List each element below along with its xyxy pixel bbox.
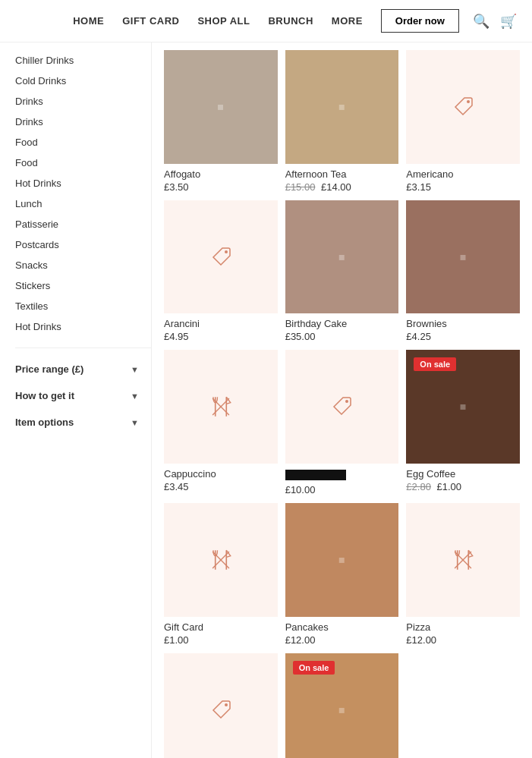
original-price: £2.80	[406, 481, 431, 492]
product-price: £3.50	[164, 181, 278, 193]
product-placeholder	[406, 50, 520, 164]
sidebar-item-cold-drinks-1[interactable]: Cold Drinks	[15, 71, 151, 91]
product-price: £3.15	[406, 181, 520, 193]
nav-more[interactable]: MORE	[332, 15, 363, 27]
svg-point-6	[345, 400, 348, 403]
sidebar-categories: Chiller DrinksCold DrinksDrinksDrinksFoo…	[15, 50, 151, 337]
product-placeholder	[164, 200, 278, 314]
original-price: £15.00	[285, 181, 316, 193]
nav-shop-all[interactable]: SHOP ALL	[197, 15, 250, 27]
cart-icon[interactable]: 🛒	[500, 13, 517, 30]
product-image: ▪	[285, 50, 399, 164]
product-name: Gift Card	[164, 621, 278, 633]
sidebar-item-chiller-drinks-0[interactable]: Chiller Drinks	[15, 50, 151, 71]
product-card[interactable]: On sale ▪ Vietnamese Ice Latte £4.50 £1.…	[285, 653, 399, 758]
sidebar-item-postcards-9[interactable]: Postcards	[15, 234, 151, 255]
product-image	[164, 653, 278, 758]
product-card[interactable]: ▪ Affogato£3.50	[164, 50, 278, 193]
sidebar-item-hot-drinks-6[interactable]: Hot Drinks	[15, 173, 151, 193]
product-price: £4.95	[164, 331, 278, 342]
product-price: £10.00	[285, 484, 399, 495]
sidebar-item-hot-drinks-13[interactable]: Hot Drinks	[15, 316, 151, 337]
sidebar-filter-2[interactable]: Item options▼	[15, 409, 151, 436]
sidebar-item-food-4[interactable]: Food	[15, 132, 151, 153]
product-card[interactable]: ▪ Birthday Cake£35.00	[285, 200, 399, 343]
product-price: £12.00	[285, 634, 399, 646]
product-image	[406, 50, 520, 164]
product-price: £3.45	[164, 481, 278, 492]
svg-point-0	[467, 100, 470, 103]
sale-price: £14.00	[321, 181, 351, 193]
filter-arrow-icon: ▼	[131, 392, 139, 401]
filter-arrow-icon: ▼	[131, 418, 139, 427]
product-name: Egg Coffee	[406, 468, 520, 480]
product-card[interactable]: On sale ▪ Egg Coffee £2.80 £1.00	[406, 350, 520, 495]
product-image	[164, 503, 278, 617]
sidebar-item-drinks-3[interactable]: Drinks	[15, 112, 151, 132]
product-image	[406, 503, 520, 617]
sidebar-item-textiles-12[interactable]: Textiles	[15, 296, 151, 316]
product-price: £4.25	[406, 331, 520, 342]
product-price: £1.00	[164, 634, 278, 646]
sale-price: £1.00	[437, 481, 462, 492]
product-name: Pizza	[406, 621, 520, 633]
filter-label: Item options	[15, 417, 74, 428]
nav-home[interactable]: HOME	[73, 15, 104, 27]
sidebar-item-patisserie-8[interactable]: Patisserie	[15, 214, 151, 234]
sidebar-filter-1[interactable]: How to get it▼	[15, 382, 151, 409]
product-card[interactable]: Vegan Vietnamese Ice Latte£4.90	[164, 653, 278, 758]
sidebar-filter-0[interactable]: Price range (£)▼	[15, 356, 151, 382]
product-placeholder	[164, 503, 278, 617]
filter-label: How to get it	[15, 390, 74, 401]
filter-label: Price range (£)	[15, 363, 83, 375]
product-card[interactable]: Pizza£12.00	[406, 503, 520, 646]
nav-icons: 🔍 🛒	[473, 13, 517, 30]
product-image	[164, 200, 278, 314]
product-image: On sale ▪	[285, 653, 399, 758]
product-price: £12.00	[406, 634, 520, 646]
product-image: ▪	[285, 200, 399, 314]
nav-gift-card[interactable]: GIFT CARD	[122, 15, 179, 27]
product-card[interactable]: £10.00	[285, 350, 399, 495]
sidebar: Chiller DrinksCold DrinksDrinksDrinksFoo…	[0, 42, 152, 758]
nav-brunch[interactable]: BRUNCH	[268, 15, 313, 27]
page-body: Chiller DrinksCold DrinksDrinksDrinksFoo…	[0, 42, 532, 758]
product-name: Arancini	[164, 318, 278, 329]
product-name: Pancakes	[285, 621, 399, 633]
product-card[interactable]: ▪ Pancakes£12.00	[285, 503, 399, 646]
sidebar-item-food-5[interactable]: Food	[15, 153, 151, 173]
product-price: £35.00	[285, 331, 399, 342]
product-card[interactable]: ▪ Afternoon Tea £15.00 £14.00	[285, 50, 399, 193]
on-sale-badge: On sale	[293, 661, 335, 675]
filter-arrow-icon: ▼	[131, 365, 139, 374]
product-name: Americano	[406, 168, 520, 180]
product-placeholder	[285, 350, 399, 464]
product-image	[164, 350, 278, 464]
product-card[interactable]: ▪ Brownies£4.25	[406, 200, 520, 343]
sidebar-item-lunch-7[interactable]: Lunch	[15, 193, 151, 214]
product-grid: ▪ Affogato£3.50 ▪ Afternoon Tea £15.00 £…	[164, 50, 520, 758]
main-content: ▪ Affogato£3.50 ▪ Afternoon Tea £15.00 £…	[152, 42, 532, 758]
order-now-button[interactable]: Order now	[381, 9, 459, 33]
svg-point-15	[225, 703, 228, 706]
product-card[interactable]: Arancini£4.95	[164, 200, 278, 343]
product-name: Birthday Cake	[285, 318, 399, 329]
product-image: On sale ▪	[406, 350, 520, 464]
search-icon[interactable]: 🔍	[473, 13, 490, 30]
nav-bar: HOME GIFT CARD SHOP ALL BRUNCH MORE Orde…	[0, 0, 532, 42]
product-image	[285, 350, 399, 464]
sidebar-item-snacks-10[interactable]: Snacks	[15, 255, 151, 275]
censored-name	[285, 470, 346, 480]
sidebar-item-stickers-11[interactable]: Stickers	[15, 275, 151, 296]
product-image: ▪	[406, 200, 520, 314]
product-card[interactable]: Cappuccino£3.45	[164, 350, 278, 495]
product-card[interactable]: Gift Card£1.00	[164, 503, 278, 646]
on-sale-badge: On sale	[414, 357, 456, 371]
product-image: ▪	[285, 503, 399, 617]
product-name: Brownies	[406, 318, 520, 329]
product-name: Affogato	[164, 168, 278, 180]
sidebar-item-drinks-2[interactable]: Drinks	[15, 91, 151, 112]
sidebar-filters: Price range (£)▼How to get it▼Item optio…	[15, 348, 151, 436]
product-card[interactable]: Americano£3.15	[406, 50, 520, 193]
product-name: Cappuccino	[164, 468, 278, 480]
